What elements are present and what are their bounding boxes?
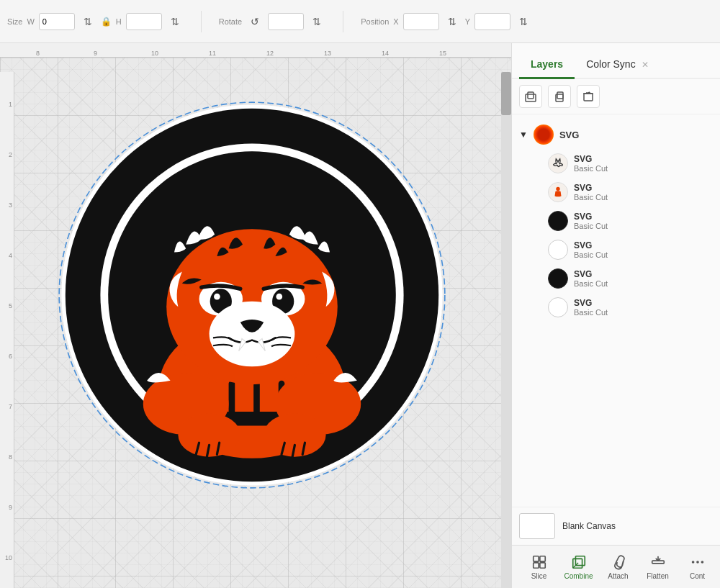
svg-point-43 [701,561,703,564]
group-chevron: ▼ [519,130,528,140]
duplicate-layer-btn[interactable] [548,85,571,108]
layer-item-6-info: SVG Basic Cut [574,298,608,317]
blank-canvas-footer: Blank Canvas [512,507,720,545]
layer-item-1[interactable]: SVG Basic Cut [512,149,720,178]
layer-item-1-subtitle: Basic Cut [574,164,608,173]
delete-layer-btn[interactable] [577,85,600,108]
ruler-tick-11: 11 [209,50,216,57]
height-input[interactable] [126,13,162,30]
layer-item-2[interactable]: SVG Basic Cut [512,178,720,207]
divider-1 [201,11,202,32]
ruler-tick-12: 12 [266,50,274,57]
canvas-grid: 1 2 3 4 5 6 7 8 9 10 [0,58,511,588]
ruler-top: 8 9 10 11 12 13 14 15 [0,43,511,58]
slice-icon [531,554,547,570]
flatten-icon [650,554,666,570]
ruler-v-3: 3 [0,202,14,209]
ruler-v-9: 9 [0,504,14,511]
attach-button[interactable]: Attach [598,554,638,580]
layer-item-3-title: SVG [574,212,608,222]
rotate-stepper[interactable]: ⇅ [308,13,325,30]
svg-rect-32 [533,556,538,561]
y-stepper[interactable]: ⇅ [515,13,532,30]
color-sync-close[interactable]: ✕ [642,60,649,70]
tab-color-sync[interactable]: Color Sync ✕ [575,51,660,79]
rotate-input[interactable] [268,13,304,30]
ruler-tick-8: 8 [36,50,40,57]
layer-item-2-info: SVG Basic Cut [574,183,608,202]
size-label: Size [7,17,22,26]
ruler-tick-13: 13 [324,50,331,57]
height-stepper[interactable]: ⇅ [166,13,184,30]
y-input[interactable] [474,13,510,30]
ruler-v-10: 10 [0,554,14,561]
ruler-v-1: 1 [0,101,14,108]
layer-group-name: SVG [559,130,579,140]
add-layer-btn[interactable] [519,85,542,108]
layer-item-4[interactable]: SVG Basic Cut [512,235,720,264]
slice-button[interactable]: Slice [519,554,559,580]
svg-rect-25 [557,92,563,99]
width-input[interactable] [39,13,75,30]
layer-item-3-subtitle: Basic Cut [574,222,608,230]
h-label: H [116,17,122,26]
layer-item-5[interactable]: SVG Basic Cut [512,264,720,293]
svg-point-31 [556,187,559,191]
x-label: X [393,17,398,26]
layer-item-4-subtitle: Basic Cut [574,250,608,259]
flatten-button[interactable]: Flatten [638,554,678,580]
x-stepper[interactable]: ⇅ [444,13,461,30]
rotate-icon[interactable]: ↺ [246,13,264,30]
svg-rect-23 [528,92,534,99]
rotate-label: Rotate [219,17,242,26]
layer-item-6-subtitle: Basic Cut [574,308,608,317]
layer-group-svg: ▼ SVG SVG Basic Cut [512,120,720,322]
layer-icon-2 [548,182,568,202]
ruler-tick-15: 15 [439,50,446,57]
panel-toolbar [512,79,720,114]
scrollbar-thumb[interactable] [501,72,511,115]
lock-icon: 🔒 [101,17,112,27]
position-group: Position X ⇅ Y ⇅ [361,13,532,30]
layer-group-icon [534,125,554,145]
bottom-toolbar: Slice Combine Attach [512,545,720,588]
tiger-image[interactable] [58,101,446,489]
main-layout: 8 9 10 11 12 13 14 15 1 2 3 4 5 6 7 8 [0,43,720,588]
ruler-v-7: 7 [0,403,14,410]
canvas-area[interactable]: 8 9 10 11 12 13 14 15 1 2 3 4 5 6 7 8 [0,43,511,588]
blank-canvas-label: Blank Canvas [562,521,616,531]
tab-layers[interactable]: Layers [519,51,575,79]
layer-group-header[interactable]: ▼ SVG [512,120,720,149]
layer-item-6-title: SVG [574,298,608,308]
layer-icon-6 [548,297,568,317]
layer-item-5-subtitle: Basic Cut [574,279,608,288]
layer-icon-1 [548,153,568,173]
svg-rect-22 [526,94,536,101]
layer-item-1-title: SVG [574,154,608,164]
ruler-left: 1 2 3 4 5 6 7 8 9 10 [0,72,14,588]
slice-label: Slice [531,572,547,580]
layer-item-6[interactable]: SVG Basic Cut [512,293,720,322]
attach-label: Attach [608,572,628,580]
layer-item-5-info: SVG Basic Cut [574,269,608,288]
x-input[interactable] [403,13,439,30]
y-label: Y [465,17,470,26]
size-group: Size W ⇅ 🔒 H ⇅ [7,13,184,30]
layer-item-3[interactable]: SVG Basic Cut [512,207,720,235]
vertical-scrollbar[interactable] [501,72,511,588]
ruler-tick-9: 9 [94,50,97,57]
cont-button[interactable]: Cont [678,554,717,580]
cont-icon [690,554,706,570]
top-toolbar: Size W ⇅ 🔒 H ⇅ Rotate ↺ ⇅ Position X ⇅ Y… [0,0,720,43]
width-stepper[interactable]: ⇅ [79,13,96,30]
layer-icon-3 [548,211,568,231]
layer-item-2-subtitle: Basic Cut [574,193,608,202]
cont-label: Cont [690,572,705,580]
svg-rect-33 [539,556,544,561]
combine-button[interactable]: Combine [559,554,598,580]
layer-icon-5 [548,268,568,289]
svg-point-41 [691,561,694,564]
ruler-v-6: 6 [0,353,14,360]
position-label: Position [361,17,389,26]
svg-point-42 [696,561,699,564]
